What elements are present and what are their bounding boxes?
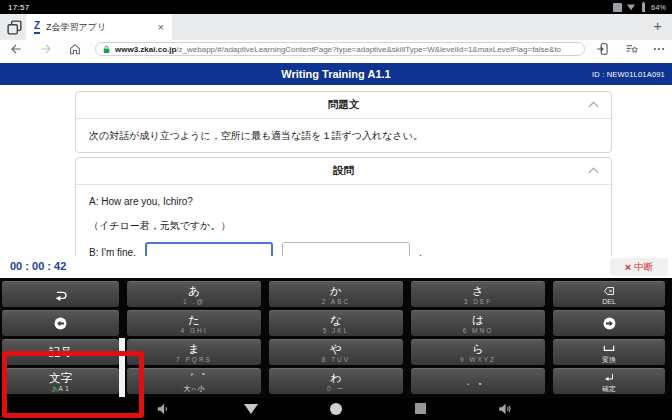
content-area: 問題文 次の対話が成り立つように，空所に最も適当な語を１語ずつ入れなさい。 設問… [0,85,672,256]
question-line-b-prefix: B: I'm fine, [89,245,136,257]
home-button[interactable] [68,42,82,56]
browser-tab-strip: Z Z会学習アプリ × + [0,14,672,40]
question-line-a-jp: （イチロー君，元気ですか。） [89,218,598,233]
favorites-list-icon[interactable] [625,42,639,56]
key-kana-ta[interactable]: た 4 GHI [127,310,261,336]
key-dakuten-size[interactable]: ゛゜ 大⇔小 [127,368,261,394]
tabs-icon [6,19,23,36]
key-kana-wa[interactable]: わ 0 ー [269,368,403,394]
battery-icon [640,1,647,13]
secure-lock-icon [102,44,111,55]
key-undo[interactable] [2,281,119,307]
cursor-left-icon [53,316,68,331]
key-kana-ya[interactable]: や 8 TUV [269,339,403,365]
problem-card-title: 問題文 [328,98,360,112]
battery-percent: 64% [651,3,666,12]
recents-button[interactable] [415,403,426,414]
browser-tab[interactable]: Z Z会学習アプリ × [26,14,172,40]
space-icon [602,343,616,353]
key-kana-ma[interactable]: ま 7 PQRS [127,339,261,365]
problem-text: 次の対話が成り立つように，空所に最も適当な語を１語ずつ入れなさい。 [89,130,423,141]
question-card: 設問 A: How are you, Ichiro? （イチロー君，元気ですか。… [75,157,612,256]
key-cursor-right[interactable] [553,310,665,336]
wifi-icon [626,3,636,11]
status-bar: 17:57 64% [0,0,672,14]
key-kana-na[interactable]: な 5 JKL [269,310,403,336]
clock: 17:57 [8,3,30,12]
key-kana-ha[interactable]: は 6 MNO [411,310,545,336]
cursor-right-icon [602,316,617,331]
notification-icon [613,3,622,12]
question-line-a: A: How are you, Ichiro? [89,194,598,209]
more-menu-icon[interactable] [652,42,666,56]
answer-input-2[interactable] [282,242,410,256]
home-button[interactable] [330,403,342,415]
elapsed-timer: 00 : 00 : 42 [10,260,66,272]
question-line-b-suffix: . [419,245,422,257]
zkai-favicon: Z [34,21,40,34]
backspace-icon [602,285,616,297]
new-tab-button[interactable]: + [653,17,662,34]
key-kana-ka[interactable]: か 2 ABC [269,281,403,307]
key-enter[interactable]: 確定 [553,368,665,394]
volume-down-button[interactable] [156,402,170,416]
tab-close-icon[interactable]: × [158,21,164,33]
chevron-up-icon[interactable] [589,168,599,178]
address-bar[interactable]: www3.zkai.co.jp/z_webapp/#/adaptiveLearn… [95,42,585,56]
send-to-device-icon[interactable] [596,42,610,56]
volume-up-button[interactable] [498,402,512,416]
undo-icon [53,287,69,303]
back-button[interactable] [9,42,23,56]
x-icon: × [625,262,631,273]
answer-input-1[interactable] [145,242,273,256]
url-path: /z_webapp/#/adaptiveLearningContentPage?… [176,45,561,54]
key-kana-sa[interactable]: さ 3 DEF [411,281,545,307]
content-id: ID : NEW01L01A091 [592,70,665,79]
timer-bar: 00 : 00 : 42 × 中断 [0,256,672,278]
forward-button[interactable] [39,42,53,56]
browser-toolbar: www3.zkai.co.jp/z_webapp/#/adaptiveLearn… [0,40,672,59]
hide-keyboard-button[interactable] [244,404,258,414]
key-cursor-left[interactable] [2,310,119,336]
page-title: Writing Training A1.1 [0,68,672,80]
problem-card-header[interactable]: 問題文 [76,92,611,119]
chevron-up-icon[interactable] [589,102,599,112]
url-domain: www3.zkai.co.jp [115,45,176,54]
app-header: Writing Training A1.1 ID : NEW01L01A091 [0,63,672,85]
key-kana-ra[interactable]: ら 9 WXYZ [411,339,545,365]
tablet-screen: 17:57 64% Z Z会学習アプリ × + [0,0,672,420]
problem-card: 問題文 次の対話が成り立つように，空所に最も適当な語を１語ずつ入れなさい。 [75,91,612,153]
interrupt-button[interactable]: × 中断 [610,258,668,276]
question-card-header[interactable]: 設問 [76,158,611,185]
enter-icon [603,372,616,384]
highlight-box [2,351,144,418]
key-punctuation[interactable]: 、。 [411,368,545,394]
tab-switcher-button[interactable] [6,19,23,36]
problem-card-body: 次の対話が成り立つように，空所に最も適当な語を１語ずつ入れなさい。 [76,119,611,152]
question-line-b: B: I'm fine, . [89,242,598,256]
question-card-title: 設問 [333,164,354,178]
url-text: www3.zkai.co.jp/z_webapp/#/adaptiveLearn… [115,45,561,54]
key-kana-a[interactable]: あ 1 .@ [127,281,261,307]
question-card-body: A: How are you, Ichiro? （イチロー君，元気ですか。） B… [76,185,611,256]
interrupt-label: 中断 [634,261,653,274]
tab-title: Z会学習アプリ [46,21,153,34]
key-delete[interactable]: DEL [553,281,665,307]
key-convert[interactable]: 変換 [553,339,665,365]
